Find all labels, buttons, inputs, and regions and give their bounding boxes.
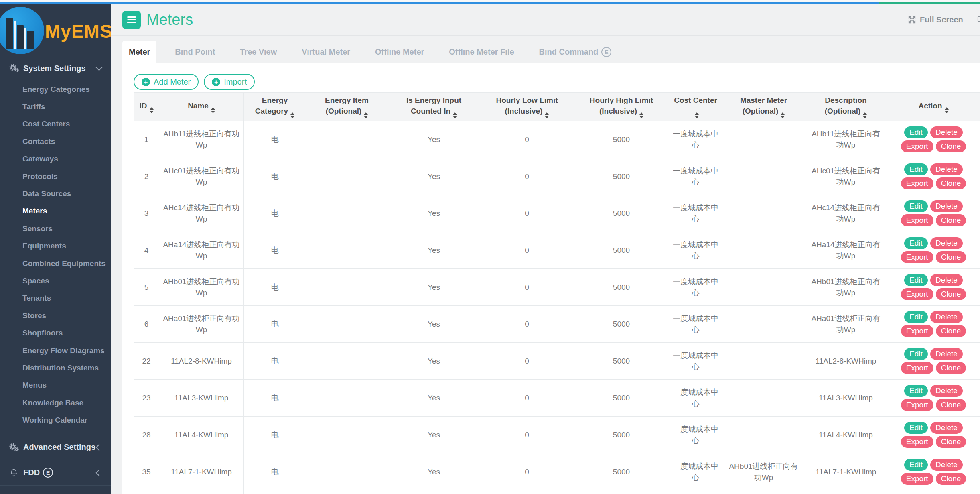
sidebar-item-sensors[interactable]: Sensors	[0, 220, 111, 237]
edit-button[interactable]: Edit	[904, 311, 928, 323]
sidebar-item-tariffs[interactable]: Tariffs	[0, 98, 111, 115]
cell-id: 1	[134, 121, 159, 158]
cell-action: EditDeleteExportClone	[887, 158, 980, 195]
col-header-action[interactable]: Action	[887, 93, 980, 121]
sidebar-item-protocols[interactable]: Protocols	[0, 168, 111, 185]
edit-button[interactable]: Edit	[904, 385, 928, 397]
col-header-cost-center[interactable]: Cost Center	[669, 93, 722, 121]
sidebar-item-tenants[interactable]: Tenants	[0, 290, 111, 307]
tab-tree-view[interactable]: Tree View	[233, 41, 283, 63]
delete-button[interactable]: Delete	[930, 163, 963, 175]
sidebar-item-distribution-systems[interactable]: Distribution Systems	[0, 359, 111, 376]
tab-virtual-meter[interactable]: Virtual Meter	[295, 41, 357, 63]
delete-button[interactable]: Delete	[930, 237, 963, 249]
export-button[interactable]: Export	[901, 214, 933, 226]
sidebar-item-working-calendar[interactable]: Working Calendar	[0, 411, 111, 429]
col-header-name[interactable]: Name	[159, 93, 244, 121]
clone-button[interactable]: Clone	[936, 436, 966, 448]
col-header-hourly-low-limit-inclusive[interactable]: Hourly Low Limit (Inclusive)	[480, 93, 574, 121]
col-header-id[interactable]: ID	[134, 93, 159, 121]
edit-button[interactable]: Edit	[904, 163, 928, 175]
sidebar-section-users-privileges[interactable]: Users & Privileges	[0, 485, 111, 494]
add-meter-button[interactable]: + Add Meter	[134, 74, 199, 90]
cell-low-limit: 0	[480, 121, 574, 158]
tab-bind-command[interactable]: Bind CommandE	[533, 41, 618, 63]
delete-button[interactable]: Delete	[930, 459, 963, 471]
edit-button[interactable]: Edit	[904, 126, 928, 138]
export-button[interactable]: Export	[901, 140, 933, 152]
sidebar-item-combined-equipments[interactable]: Combined Equipments	[0, 255, 111, 272]
col-header-is-energy-input-counted-in[interactable]: Is Energy Input Counted In	[388, 93, 480, 121]
edit-button[interactable]: Edit	[904, 200, 928, 212]
clone-button[interactable]: Clone	[936, 399, 966, 411]
sidebar-section-system-settings[interactable]: System Settings	[0, 56, 111, 81]
edit-button[interactable]: Edit	[904, 348, 928, 360]
cell-energy-item	[306, 490, 388, 494]
export-button[interactable]: Export	[901, 288, 933, 300]
edit-button[interactable]: Edit	[904, 422, 928, 434]
clone-button[interactable]: Clone	[936, 140, 966, 152]
sidebar-section-fdd[interactable]: FDD E	[0, 460, 111, 485]
sidebar-item-menus[interactable]: Menus	[0, 377, 111, 394]
delete-button[interactable]: Delete	[930, 385, 963, 397]
cell-low-limit: 0	[480, 306, 574, 343]
sidebar-item-data-sources[interactable]: Data Sources	[0, 185, 111, 202]
sidebar-item-contacts[interactable]: Contacts	[0, 133, 111, 150]
sidebar-section-advanced-settings[interactable]: Advanced Settings	[0, 435, 111, 460]
delete-button[interactable]: Delete	[930, 200, 963, 212]
cell-action: EditDeleteExportClone	[887, 306, 980, 343]
hamburger-menu-button[interactable]	[122, 11, 141, 29]
display-mode-button[interactable]	[977, 15, 980, 24]
clone-button[interactable]: Clone	[936, 325, 966, 337]
clone-button[interactable]: Clone	[936, 177, 966, 189]
export-button[interactable]: Export	[901, 251, 933, 263]
full-screen-button[interactable]: Full Screen	[907, 15, 963, 24]
sidebar-nav: Energy CategoriesTariffsCost CentersCont…	[0, 81, 111, 429]
clone-button[interactable]: Clone	[936, 473, 966, 485]
tab-meter[interactable]: Meter	[122, 41, 156, 63]
clone-button[interactable]: Clone	[936, 362, 966, 374]
clone-button[interactable]: Clone	[936, 214, 966, 226]
delete-button[interactable]: Delete	[930, 274, 963, 286]
sidebar-item-energy-categories[interactable]: Energy Categories	[0, 81, 111, 98]
export-button[interactable]: Export	[901, 436, 933, 448]
sidebar-item-cost-centers[interactable]: Cost Centers	[0, 116, 111, 133]
col-header-description-optional[interactable]: Description (Optional)	[805, 93, 887, 121]
cell-high-limit: 5000	[574, 195, 669, 232]
clone-button[interactable]: Clone	[936, 288, 966, 300]
col-header-energy-category[interactable]: Energy Category	[244, 93, 306, 121]
edit-button[interactable]: Edit	[904, 237, 928, 249]
sidebar-item-gateways[interactable]: Gateways	[0, 150, 111, 168]
cell-master-meter: AHb01进线柜正向有功Wp	[722, 490, 805, 494]
sidebar-item-spaces[interactable]: Spaces	[0, 272, 111, 289]
sidebar-item-stores[interactable]: Stores	[0, 307, 111, 324]
col-header-hourly-high-limit-inclusive[interactable]: Hourly High Limit (Inclusive)	[574, 93, 669, 121]
delete-button[interactable]: Delete	[930, 311, 963, 323]
export-button[interactable]: Export	[901, 399, 933, 411]
import-button[interactable]: + Import	[204, 74, 255, 90]
sidebar-item-shopfloors[interactable]: Shopfloors	[0, 324, 111, 342]
clone-button[interactable]: Clone	[936, 251, 966, 263]
sidebar-item-meters[interactable]: Meters	[0, 203, 111, 220]
export-button[interactable]: Export	[901, 325, 933, 337]
sidebar-item-knowledge-base[interactable]: Knowledge Base	[0, 394, 111, 411]
cell-energy-item	[306, 380, 388, 417]
col-header-master-meter-optional[interactable]: Master Meter (Optional)	[722, 93, 805, 121]
edit-button[interactable]: Edit	[904, 274, 928, 286]
tab-offline-meter-file[interactable]: Offline Meter File	[442, 41, 520, 63]
sidebar-item-equipments[interactable]: Equipments	[0, 238, 111, 255]
tab-label: Bind Command	[539, 47, 599, 57]
tab-bind-point[interactable]: Bind Point	[168, 41, 221, 63]
delete-button[interactable]: Delete	[930, 422, 963, 434]
tab-offline-meter[interactable]: Offline Meter	[369, 41, 430, 63]
edit-button[interactable]: Edit	[904, 459, 928, 471]
sidebar-item-energy-flow-diagrams[interactable]: Energy Flow Diagrams	[0, 342, 111, 359]
delete-button[interactable]: Delete	[930, 348, 963, 360]
export-button[interactable]: Export	[901, 177, 933, 189]
export-button[interactable]: Export	[901, 473, 933, 485]
delete-button[interactable]: Delete	[930, 126, 963, 138]
export-button[interactable]: Export	[901, 362, 933, 374]
col-header-energy-item-optional[interactable]: Energy Item (Optional)	[306, 93, 388, 121]
cell-id: 5	[134, 269, 159, 306]
cell-id: 4	[134, 232, 159, 269]
